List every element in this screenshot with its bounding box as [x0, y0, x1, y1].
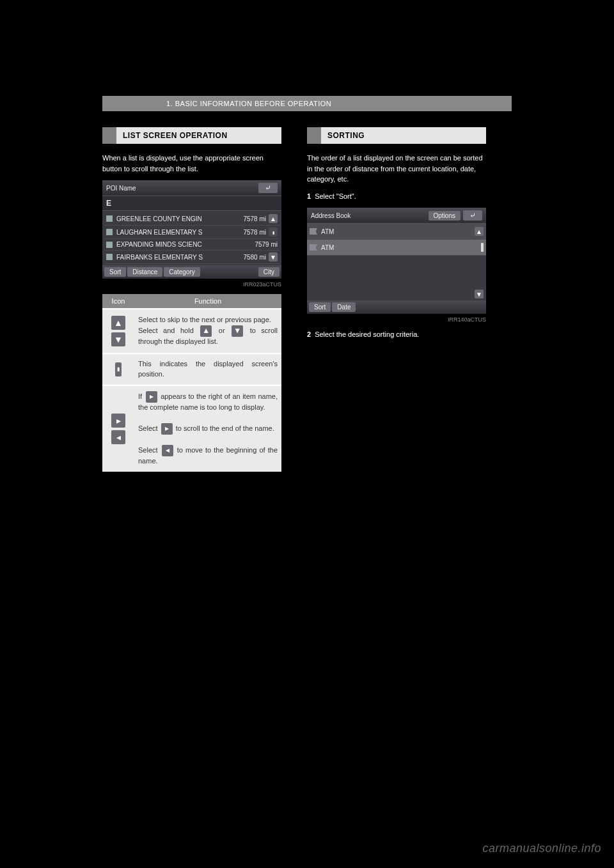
list-item[interactable]: EXPANDING MINDS SCIENC 7579 mi: [105, 239, 279, 251]
table-head-icon: Icon: [102, 294, 134, 309]
image-caption: IRR140aCTUS: [307, 316, 486, 323]
left-column: LIST SCREEN OPERATION When a list is dis…: [102, 127, 281, 472]
sort-button[interactable]: Sort: [104, 267, 126, 277]
sorting-intro-paragraph: The order of a list displayed on the scr…: [307, 153, 486, 185]
watermark: carmanualsonline.info: [482, 842, 601, 855]
step-1: 1Select "Sort".: [307, 191, 486, 202]
poi-icon: [106, 254, 113, 260]
list-item[interactable]: GREENLEE COUNTY ENGIN 7578 mi▲: [105, 212, 279, 226]
table-head-function: Function: [134, 294, 281, 309]
page-up-icon[interactable]: ▲: [475, 227, 484, 236]
scroll-right-icon: ▸: [161, 423, 173, 435]
table-row: Select to skip to the next or previous p…: [134, 309, 281, 353]
list-item[interactable]: ATM: [307, 240, 486, 256]
poi-search-input[interactable]: E: [102, 196, 281, 211]
step-2: 2Select the desired sorting criteria.: [307, 329, 486, 340]
poi-title: POI Name: [106, 185, 136, 192]
scroll-position-icon: ▮: [115, 362, 122, 376]
back-icon[interactable]: ⤶: [258, 183, 278, 193]
distance-button[interactable]: Distance: [127, 267, 162, 277]
sort-button[interactable]: Sort: [309, 302, 331, 312]
page-down-icon[interactable]: ▼: [475, 290, 484, 298]
category-button[interactable]: Category: [164, 267, 200, 277]
list-item[interactable]: LAUGHARN ELEMENTARY S 7578 mi▮: [105, 226, 279, 239]
address-book-screenshot: Address Book Options ⤶ ATM ▲ ATM: [307, 208, 486, 314]
poi-icon: [106, 215, 113, 222]
list-item[interactable]: ATM ▲: [307, 224, 486, 240]
poi-icon: [106, 229, 113, 235]
poi-list-screenshot: POI Name ⤶ E GREENLEE COUNTY ENGIN 7578 …: [102, 180, 281, 279]
scroll-right-icon: ▸: [111, 414, 125, 428]
back-icon[interactable]: ⤶: [463, 210, 482, 221]
poi-icon: [106, 242, 113, 248]
page-up-icon: ▲: [111, 316, 125, 330]
flag-icon: [310, 244, 317, 251]
list-intro-paragraph: When a list is displayed, use the approp…: [102, 153, 281, 174]
options-button[interactable]: Options: [429, 211, 460, 221]
sorting-heading: SORTING: [307, 127, 486, 144]
scroll-left-icon: ◂: [111, 430, 125, 444]
scroll-position-icon: ▮: [269, 228, 278, 236]
page-up-icon[interactable]: ▲: [269, 214, 278, 223]
section-header: 1. BASIC INFORMATION BEFORE OPERATION: [102, 96, 512, 111]
page-up-icon: ▲: [200, 325, 212, 337]
scroll-right-icon: ▸: [146, 391, 157, 403]
page-down-icon: ▼: [111, 332, 125, 346]
table-row: This indicates the displayed screen's po…: [134, 353, 281, 385]
flag-icon: [310, 228, 317, 235]
table-row: If ▸ appears to the right of an item nam…: [134, 385, 281, 472]
city-button[interactable]: City: [258, 267, 279, 277]
scroll-left-icon: ◂: [162, 445, 173, 456]
icon-function-table: Icon Function ▲ ▼ Select to skip to the …: [102, 294, 281, 472]
address-book-title: Address Book: [311, 212, 350, 219]
right-column: SORTING The order of a list displayed on…: [307, 127, 486, 472]
page-down-icon[interactable]: ▼: [269, 252, 278, 261]
image-caption: IRR023aCTUS: [102, 281, 281, 288]
scroll-position-icon: [481, 243, 484, 252]
date-button[interactable]: Date: [332, 302, 356, 312]
page-down-icon: ▼: [232, 325, 243, 337]
list-item[interactable]: FAIRBANKS ELEMENTARY S 7580 mi▼: [105, 251, 279, 264]
list-screen-operation-heading: LIST SCREEN OPERATION: [102, 127, 281, 144]
